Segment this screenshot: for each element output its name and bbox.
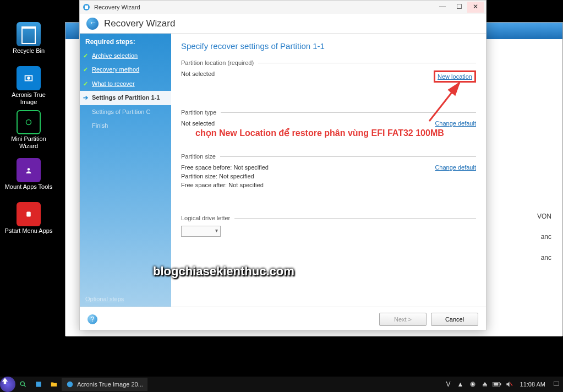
svg-line-16: [510, 383, 512, 386]
section-title: Partition size: [181, 153, 220, 160]
required-steps-label: Required steps:: [80, 34, 171, 49]
drive-letter-dropdown[interactable]: [181, 226, 221, 237]
bg-text-fragment: VON: [537, 213, 551, 220]
bg-text-fragment: anc: [541, 233, 551, 241]
svg-point-7: [20, 382, 24, 385]
taskbar-task-acronis[interactable]: Acronis True Image 20...: [62, 378, 147, 391]
section-title: Partition location (required): [181, 59, 258, 66]
section-drive-letter: Logical drive letter: [181, 215, 476, 221]
desktop-label: Mount Apps Tools: [4, 183, 53, 190]
desktop-label: Recycle Bin: [4, 47, 53, 55]
desktop-icon-mount-apps[interactable]: Mount Apps Tools: [4, 157, 53, 190]
type-value: Not selected: [181, 120, 215, 127]
svg-point-2: [28, 168, 30, 171]
wizard-header: Recovery Wizard: [80, 14, 486, 34]
svg-rect-3: [26, 212, 31, 217]
wizard-footer: ? Next > Cancel: [80, 307, 486, 331]
desktop-icon-pstart-menu[interactable]: Pstart Menu Apps: [4, 201, 53, 235]
svg-point-10: [67, 382, 73, 388]
step-finish: Finish: [80, 119, 171, 133]
svg-line-8: [24, 385, 26, 387]
wizard-title: Recovery Wizard: [94, 4, 140, 10]
task-app-icon: [66, 380, 74, 388]
svg-rect-12: [483, 385, 487, 386]
section-partition-location: Partition location (required): [181, 59, 476, 66]
maximize-button[interactable]: ☐: [451, 2, 467, 13]
tray-eject-icon[interactable]: [480, 380, 489, 389]
tray-battery-icon[interactable]: [493, 380, 501, 389]
partition-wizard-icon: [17, 110, 41, 134]
help-icon[interactable]: ?: [88, 314, 97, 324]
minimize-button[interactable]: —: [434, 2, 451, 13]
pstart-icon: [17, 202, 41, 226]
tray-notifications-icon[interactable]: [552, 380, 561, 389]
location-value: Not selected: [181, 70, 215, 83]
svg-rect-5: [85, 6, 88, 9]
tray-clock[interactable]: 11:08 AM: [517, 381, 549, 388]
start-button[interactable]: [0, 377, 15, 392]
mount-tools-icon: [17, 158, 41, 182]
free-space-after: Free space after: Not specified: [181, 182, 264, 188]
tray-lang[interactable]: V: [444, 380, 453, 389]
free-space-before: Free space before: Not specified: [181, 164, 269, 171]
main-heading: Specify recover settings of Partition 1-…: [181, 41, 476, 51]
back-arrow-icon[interactable]: [86, 18, 99, 30]
desktop-icon-acronis[interactable]: Acronis True Image: [4, 65, 53, 106]
wizard-main-pane: Specify recover settings of Partition 1-…: [171, 34, 486, 307]
section-partition-type: Partition type: [181, 109, 476, 116]
taskbar-search-icon[interactable]: [15, 377, 31, 392]
new-location-link[interactable]: New location: [438, 73, 472, 80]
acronis-icon: [17, 66, 41, 90]
wizard-app-icon: [82, 3, 91, 12]
svg-point-0: [27, 77, 30, 80]
svg-point-1: [26, 120, 31, 125]
recycle-bin-icon: [17, 22, 41, 46]
task-label: Acronis True Image 20...: [77, 381, 143, 388]
taskbar-explorer-icon[interactable]: [46, 377, 62, 392]
step-label: Settings of Partition C: [92, 108, 150, 115]
step-archive-selection[interactable]: Archive selection: [80, 49, 171, 63]
tray-volume-icon[interactable]: [505, 380, 513, 389]
partition-size-value: Partition size: Not specified: [181, 173, 254, 179]
step-link[interactable]: Archive selection: [92, 52, 138, 59]
section-partition-size: Partition size: [181, 153, 476, 160]
bg-text-fragment: anc: [541, 254, 551, 262]
step-label: Settings of Partition 1-1: [92, 94, 160, 101]
optional-steps-link[interactable]: Optional steps: [85, 296, 124, 302]
system-tray: V ▲ 11:08 AM: [444, 380, 563, 389]
desktop-label: Pstart Menu Apps: [4, 227, 53, 235]
section-title: Logical drive letter: [181, 215, 234, 221]
wizard-sidebar: Required steps: Archive selection Recove…: [80, 34, 171, 307]
step-settings-partition-c: Settings of Partition C: [80, 105, 171, 119]
recovery-wizard-dialog: Recovery Wizard — ☐ ✕ Recovery Wizard Re…: [79, 0, 487, 330]
svg-rect-14: [500, 383, 501, 385]
change-default-size-link[interactable]: Change default: [435, 164, 476, 171]
taskbar-app-icon[interactable]: [31, 377, 46, 392]
section-title: Partition type: [181, 109, 221, 116]
desktop-icon-mini-partition[interactable]: Mini Partition Wizard: [4, 109, 53, 150]
tray-up-icon[interactable]: ▲: [456, 380, 465, 389]
taskbar: Acronis True Image 20... V ▲ 11:08 AM: [0, 377, 563, 392]
desktop-label: Mini Partition Wizard: [4, 135, 53, 150]
cancel-button[interactable]: Cancel: [431, 313, 478, 326]
wizard-titlebar[interactable]: Recovery Wizard — ☐ ✕: [80, 1, 486, 14]
step-what-to-recover[interactable]: What to recover: [80, 77, 171, 91]
step-link[interactable]: What to recover: [92, 80, 135, 87]
close-button[interactable]: ✕: [467, 2, 484, 13]
next-button[interactable]: Next >: [379, 313, 427, 326]
step-label: Finish: [92, 122, 108, 129]
wizard-header-title: Recovery Wizard: [104, 18, 175, 29]
svg-rect-15: [493, 383, 498, 386]
tray-media-icon[interactable]: [468, 380, 477, 389]
desktop-icon-recycle-bin[interactable]: Recycle Bin: [4, 21, 53, 55]
step-recovery-method[interactable]: Recovery method: [80, 63, 171, 77]
desktop-label: Acronis True Image: [4, 91, 53, 106]
svg-rect-9: [36, 382, 41, 386]
change-default-type-link[interactable]: Change default: [435, 120, 476, 127]
svg-rect-17: [554, 382, 559, 385]
step-settings-partition-1-1: Settings of Partition 1-1: [80, 91, 171, 105]
new-location-highlight: New location: [434, 70, 476, 83]
step-link[interactable]: Recovery method: [92, 66, 139, 73]
